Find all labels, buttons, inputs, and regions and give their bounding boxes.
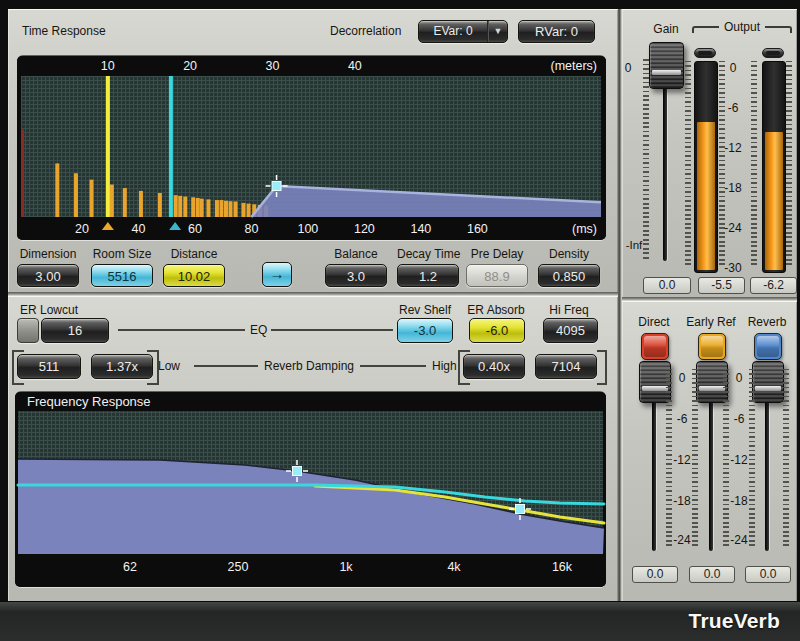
gain-fader-knob[interactable] [649, 42, 684, 89]
gain-scale-zero: 0 [620, 61, 636, 75]
clip-led-left[interactable] [694, 48, 716, 58]
time-response-graph[interactable]: 10203040(meters)20406080100120140160(ms) [17, 56, 606, 240]
er-lowcut-toggle-button[interactable] [17, 318, 39, 343]
svg-text:10: 10 [101, 59, 115, 73]
balance-value-button[interactable]: 3.0 [325, 264, 387, 287]
early-ref-led-button[interactable] [698, 333, 726, 360]
direct-label: Direct [624, 315, 684, 329]
mixer-section: Direct Early Ref Reverb 0 -6 -12 -18 -24… [622, 301, 797, 601]
gain-scale-inf: -Inf [622, 239, 646, 251]
svg-text:120: 120 [354, 222, 375, 236]
chevron-down-icon[interactable]: ▼ [489, 21, 507, 42]
direct-led-button[interactable] [641, 333, 669, 360]
control-density: Density 0.850 [538, 247, 600, 287]
damp-high-freq-button[interactable]: 7104 [535, 354, 597, 379]
decorrelation-label: Decorrelation [330, 24, 401, 38]
frequency-response-chart: Frequency Response622501k4k16k [15, 392, 606, 587]
density-value-button[interactable]: 0.850 [538, 264, 600, 287]
distance-value-button[interactable]: 10.02 [163, 264, 225, 287]
reverb-led-button[interactable] [754, 333, 782, 360]
eq-section: ER Lowcut 16 EQ Rev Shelf -3.0 ER Absorb… [8, 296, 618, 601]
footer-bar: TrueVerb [0, 601, 800, 641]
meter-ticks-outer-right [786, 61, 792, 267]
output-bracket-right [765, 26, 792, 33]
dimension-value-button[interactable]: 3.00 [17, 264, 79, 287]
meter-scale-18: -18 [718, 181, 748, 195]
output-meter-right [762, 61, 786, 273]
output-label: Output [724, 20, 760, 34]
time-response-chart: 10203040(meters)20406080100120140160(ms) [17, 56, 606, 240]
er-absorb-label: ER Absorb [463, 303, 529, 317]
er-lowcut-value-button[interactable]: 16 [41, 318, 109, 343]
meter-ticks-outer-left [685, 61, 691, 267]
damping-line-right [360, 365, 426, 367]
gain-ticks [643, 59, 649, 261]
svg-text:30: 30 [266, 59, 280, 73]
svg-text:80: 80 [244, 222, 258, 236]
svg-text:(ms): (ms) [572, 222, 597, 236]
svg-text:40: 40 [348, 59, 362, 73]
svg-text:250: 250 [228, 560, 249, 574]
pre-delay-value-button[interactable]: 88.9 [466, 264, 528, 287]
meter-ticks-mid-right [751, 61, 757, 267]
reverb-fader-knob[interactable] [752, 361, 784, 403]
time-response-section: Time Response Decorrelation EVar: 0 ▼ RV… [8, 9, 618, 292]
fader-ticks-1r [692, 369, 698, 549]
eq-line-right [271, 329, 393, 331]
output-left-readout[interactable]: -5.5 [698, 277, 745, 294]
reverb-value-readout[interactable]: 0.0 [745, 566, 791, 583]
rvar-button[interactable]: RVar: 0 [518, 20, 595, 43]
svg-text:16k: 16k [552, 560, 573, 574]
evar-dropdown[interactable]: EVar: 0 ▼ [418, 20, 508, 43]
clip-led-right[interactable] [762, 48, 784, 58]
svg-text:160: 160 [467, 222, 488, 236]
decay-time-value-button[interactable]: 1.2 [397, 264, 459, 287]
control-room-size: Room Size 5516 [91, 247, 153, 287]
output-meter-right-fill [765, 132, 783, 270]
room-size-value-button[interactable]: 5516 [91, 264, 153, 287]
rev-shelf-label: Rev Shelf [397, 303, 453, 317]
damp-high-ratio-button[interactable]: 0.40x [463, 354, 525, 379]
svg-text:100: 100 [297, 222, 318, 236]
svg-text:1k: 1k [339, 560, 353, 574]
control-balance: Balance 3.0 [325, 247, 387, 287]
control-dimension: Dimension 3.00 [17, 247, 79, 287]
control-decay-time: Decay Time 1.2 [397, 247, 459, 287]
meter-scale-6: -6 [718, 101, 748, 115]
svg-text:62: 62 [123, 560, 137, 574]
svg-text:4k: 4k [447, 560, 461, 574]
meter-ticks-mid-left [719, 61, 725, 267]
svg-text:20: 20 [75, 222, 89, 236]
link-arrow-button[interactable]: → [262, 262, 292, 287]
trueverb-plugin-window: Time Response Decorrelation EVar: 0 ▼ RV… [0, 0, 800, 641]
low-label: Low [158, 359, 180, 373]
svg-text:140: 140 [410, 222, 431, 236]
section-title-time-response: Time Response [22, 24, 106, 38]
control-distance: Distance 10.02 [163, 247, 225, 287]
gain-value-readout[interactable]: 0.0 [643, 277, 691, 294]
reverb-label: Reverb [737, 315, 797, 329]
output-meter-left [694, 61, 718, 273]
output-meter-left-fill [697, 122, 715, 270]
damping-bracket-right-close [597, 350, 607, 385]
svg-text:20: 20 [183, 59, 197, 73]
damp-low-freq-button[interactable]: 511 [17, 354, 81, 379]
damping-line-left [194, 365, 258, 367]
hi-freq-label: Hi Freq [539, 303, 599, 317]
svg-text:Frequency Response: Frequency Response [27, 394, 151, 409]
evar-value: EVar: 0 [419, 21, 487, 42]
output-right-readout[interactable]: -6.2 [750, 277, 797, 294]
frequency-response-graph[interactable]: Frequency Response622501k4k16k [15, 392, 606, 587]
early-ref-value-readout[interactable]: 0.0 [689, 566, 735, 583]
meter-scale-12: -12 [718, 141, 748, 155]
fader-ticks-3r [783, 369, 789, 549]
svg-text:60: 60 [188, 222, 202, 236]
er-absorb-value-button[interactable]: -6.0 [469, 318, 525, 343]
output-bracket-left [692, 26, 719, 33]
hi-freq-value-button[interactable]: 4095 [543, 318, 598, 343]
rev-shelf-value-button[interactable]: -3.0 [397, 318, 453, 343]
damp-low-ratio-button[interactable]: 1.37x [91, 354, 153, 379]
early-ref-label: Early Ref [681, 315, 741, 329]
eq-label: EQ [250, 323, 267, 337]
direct-value-readout[interactable]: 0.0 [632, 566, 678, 583]
